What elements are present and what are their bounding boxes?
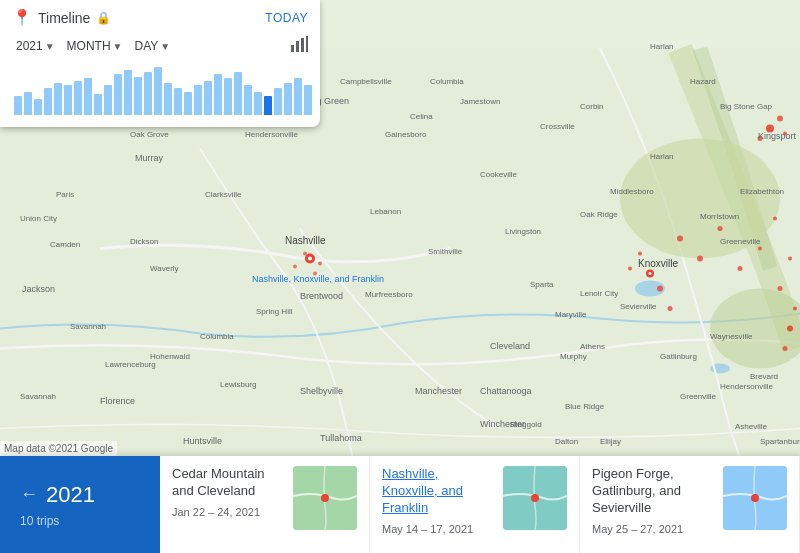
svg-text:Crossville: Crossville xyxy=(540,122,575,131)
map-container[interactable]: Nashville Knoxville Murray Clarksville C… xyxy=(0,0,800,553)
svg-point-21 xyxy=(787,326,793,332)
svg-text:Brentwood: Brentwood xyxy=(300,291,343,301)
svg-text:Ellijay: Ellijay xyxy=(600,437,621,446)
svg-point-14 xyxy=(738,266,743,271)
svg-text:Greenville: Greenville xyxy=(680,392,717,401)
svg-text:Nashville, Knoxville, and Fran: Nashville, Knoxville, and Franklin xyxy=(252,274,384,284)
svg-text:Morristown: Morristown xyxy=(700,212,739,221)
svg-text:Florence: Florence xyxy=(100,396,135,406)
svg-point-22 xyxy=(793,307,797,311)
today-button[interactable]: TODAY xyxy=(265,11,308,25)
bar-chart-item[interactable] xyxy=(284,83,292,115)
bar-chart-item[interactable] xyxy=(234,72,242,115)
svg-rect-122 xyxy=(301,38,304,52)
svg-point-19 xyxy=(638,252,642,256)
bar-chart-item[interactable] xyxy=(154,67,162,115)
trip-name: Pigeon Forge, Gatlinburg, and Seviervill… xyxy=(592,466,715,517)
location-pin-icon: 📍 xyxy=(12,8,32,27)
svg-rect-121 xyxy=(296,41,299,52)
svg-text:Harlan: Harlan xyxy=(650,42,674,51)
year-dropdown[interactable]: 2021 ▼ xyxy=(12,37,59,55)
bar-chart-item[interactable] xyxy=(254,92,262,115)
svg-point-15 xyxy=(758,247,762,251)
bar-chart-item[interactable] xyxy=(124,70,132,115)
trips-count: 10 trips xyxy=(20,514,140,528)
svg-text:Savannah: Savannah xyxy=(70,322,106,331)
year-nav: ← 2021 xyxy=(20,482,140,508)
bar-chart-item[interactable] xyxy=(104,85,112,115)
svg-text:Greeneville: Greeneville xyxy=(720,237,761,246)
bar-chart-item[interactable] xyxy=(24,92,32,115)
activity-bar-chart[interactable] xyxy=(12,65,308,115)
trip-card[interactable]: Cedar Mountain and ClevelandJan 22 – 24,… xyxy=(160,456,370,553)
svg-point-6 xyxy=(308,257,312,261)
bar-chart-item[interactable] xyxy=(174,88,182,115)
day-dropdown[interactable]: DAY ▼ xyxy=(131,37,175,55)
svg-point-23 xyxy=(783,346,788,351)
svg-text:Gainesboro: Gainesboro xyxy=(385,130,427,139)
svg-point-129 xyxy=(751,494,759,502)
bar-chart-item[interactable] xyxy=(84,78,92,115)
svg-text:Spartanburg: Spartanburg xyxy=(760,437,800,446)
trip-card[interactable]: Pigeon Forge, Gatlinburg, and Seviervill… xyxy=(580,456,800,553)
svg-rect-123 xyxy=(306,36,308,52)
svg-text:Hohenwald: Hohenwald xyxy=(150,352,190,361)
day-dropdown-arrow: ▼ xyxy=(160,41,170,52)
trip-card[interactable]: Nashville, Knoxville, and FranklinMay 14… xyxy=(370,456,580,553)
bar-chart-item[interactable] xyxy=(264,96,272,115)
svg-point-127 xyxy=(531,494,539,502)
bar-chart-item[interactable] xyxy=(194,85,202,115)
bar-chart-item[interactable] xyxy=(294,78,302,115)
bar-chart-item[interactable] xyxy=(54,83,62,115)
year-dropdown-arrow: ▼ xyxy=(45,41,55,52)
svg-text:Chattanooga: Chattanooga xyxy=(480,386,532,396)
svg-text:Huntsville: Huntsville xyxy=(183,436,222,446)
bar-chart-item[interactable] xyxy=(164,83,172,115)
trip-name[interactable]: Nashville, Knoxville, and Franklin xyxy=(382,466,495,517)
svg-text:Hazard: Hazard xyxy=(690,77,716,86)
svg-text:Nashville: Nashville xyxy=(285,235,326,246)
svg-text:Blue Ridge: Blue Ridge xyxy=(565,402,605,411)
svg-text:Brevard: Brevard xyxy=(750,372,778,381)
year-value: 2021 xyxy=(16,39,43,53)
svg-text:Oak Grove: Oak Grove xyxy=(130,130,169,139)
bar-chart-item[interactable] xyxy=(184,92,192,115)
svg-text:Knoxville: Knoxville xyxy=(638,258,678,269)
bar-chart-item[interactable] xyxy=(34,99,42,115)
bar-chart-item[interactable] xyxy=(304,85,312,115)
svg-text:Harlan: Harlan xyxy=(650,152,674,161)
svg-point-24 xyxy=(303,252,307,256)
bar-chart-item[interactable] xyxy=(244,85,252,115)
svg-text:Camden: Camden xyxy=(50,240,80,249)
svg-text:Corbin: Corbin xyxy=(580,102,604,111)
bar-chart-item[interactable] xyxy=(134,77,142,115)
svg-text:Hendersonville: Hendersonville xyxy=(245,130,298,139)
chart-toggle-button[interactable] xyxy=(290,35,308,57)
svg-text:Waynesville: Waynesville xyxy=(710,332,753,341)
svg-text:Murray: Murray xyxy=(135,153,164,163)
bar-chart-item[interactable] xyxy=(74,81,82,115)
trip-thumbnail xyxy=(503,466,567,530)
bar-chart-item[interactable] xyxy=(44,88,52,115)
month-dropdown-arrow: ▼ xyxy=(113,41,123,52)
bar-chart-item[interactable] xyxy=(94,94,102,115)
bar-chart-item[interactable] xyxy=(224,78,232,115)
bar-chart-item[interactable] xyxy=(14,96,22,115)
trip-dates: Jan 22 – 24, 2021 xyxy=(172,506,285,518)
bar-chart-item[interactable] xyxy=(204,81,212,115)
svg-point-16 xyxy=(778,286,783,291)
svg-text:Columbia: Columbia xyxy=(430,77,464,86)
bar-chart-item[interactable] xyxy=(274,88,282,115)
bar-chart-item[interactable] xyxy=(214,74,222,115)
year-prev-button[interactable]: ← xyxy=(20,484,38,505)
bar-chart-item[interactable] xyxy=(144,72,152,115)
month-dropdown[interactable]: MONTH ▼ xyxy=(63,37,127,55)
svg-text:Lebanon: Lebanon xyxy=(370,207,401,216)
svg-text:Dickson: Dickson xyxy=(130,237,158,246)
svg-rect-120 xyxy=(291,45,294,52)
svg-point-25 xyxy=(318,262,322,266)
bar-chart-item[interactable] xyxy=(64,85,72,115)
svg-text:Union City: Union City xyxy=(20,214,57,223)
year-panel: ← 2021 10 trips xyxy=(0,456,160,553)
bar-chart-item[interactable] xyxy=(114,74,122,115)
